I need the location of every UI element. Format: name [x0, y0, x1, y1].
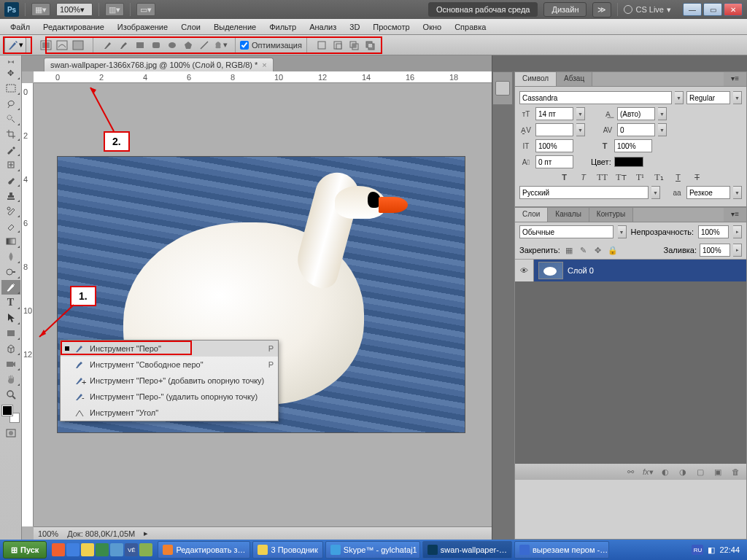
leading-field[interactable]: (Авто) [617, 107, 655, 120]
lock-transparency-icon[interactable]: ▦ [563, 245, 575, 255]
cslive-button[interactable]: CS Live ▾ [624, 5, 671, 15]
menu-select[interactable]: Выделение [208, 21, 262, 33]
opt-line-icon[interactable] [197, 39, 212, 52]
opt-custom-shape-icon[interactable]: ▾ [213, 39, 228, 52]
kerning-field[interactable] [535, 123, 573, 136]
flyout-item-add-anchor[interactable]: + Инструмент "Перо+" (добавить опорную т… [61, 373, 278, 389]
menu-layer[interactable]: Слои [175, 21, 206, 33]
panel-menu-icon[interactable]: ▾≡ [724, 72, 746, 86]
flyout-item-convert-point[interactable]: Инструмент "Угол" [61, 405, 278, 421]
zoom-tool[interactable] [1, 387, 20, 402]
flyout-item-freeform-pen[interactable]: Инструмент "Свободное перо" P [61, 357, 278, 373]
paths-icon[interactable] [55, 39, 69, 52]
opacity-field[interactable]: 100% [698, 225, 729, 238]
status-zoom[interactable]: 100% [38, 529, 58, 538]
allcaps-button[interactable]: TT [596, 171, 609, 183]
3d-camera-tool[interactable] [1, 357, 20, 371]
fill-pixels-icon[interactable] [71, 39, 85, 52]
text-color-swatch[interactable] [614, 157, 643, 167]
taskbar-item[interactable]: Skype™ - gylchataj1 [325, 541, 420, 559]
opt-pen-icon[interactable] [101, 39, 115, 52]
tab-character[interactable]: Символ [515, 72, 557, 86]
healing-tool[interactable] [1, 158, 20, 172]
eraser-tool[interactable] [1, 219, 20, 233]
quick-select-tool[interactable] [1, 112, 20, 126]
taskbar-item[interactable]: Редактировать з… [158, 541, 250, 559]
ql-icon[interactable] [52, 543, 65, 556]
taskbar-item[interactable]: вырезаем пером -… [514, 541, 609, 559]
path-intersect-icon[interactable] [347, 39, 361, 52]
menu-image[interactable]: Изображение [112, 21, 174, 33]
lock-all-icon[interactable]: 🔒 [607, 245, 619, 255]
3d-tool[interactable] [1, 341, 20, 356]
ql-icon[interactable] [110, 543, 123, 556]
path-add-icon[interactable] [314, 39, 329, 52]
bridge-dropdown-icon[interactable]: ▦▾ [31, 3, 50, 16]
color-swatches[interactable] [2, 405, 20, 423]
opt-rounded-rect-icon[interactable] [149, 39, 163, 52]
new-layer-icon[interactable]: ▣ [713, 467, 723, 477]
path-selection-tool[interactable] [1, 311, 20, 325]
delete-layer-icon[interactable]: 🗑 [730, 467, 740, 476]
ql-icon[interactable] [81, 543, 94, 556]
ql-icon[interactable] [139, 543, 152, 556]
subscript-button[interactable]: T₁ [653, 171, 666, 183]
workspace-design-button[interactable]: Дизайн [543, 2, 587, 17]
menu-view[interactable]: Просмотр [367, 21, 415, 33]
language-indicator[interactable]: RU [692, 545, 703, 555]
blur-tool[interactable] [1, 249, 20, 264]
smallcaps-button[interactable]: Tᴛ [615, 171, 628, 183]
ql-icon[interactable]: VĒ [125, 543, 138, 556]
zoom-level[interactable]: 100% ▾ [56, 3, 93, 16]
auto-add-delete-checkbox[interactable]: Оптимизация [240, 41, 302, 50]
ql-icon[interactable] [96, 543, 109, 556]
minimize-button[interactable]: — [683, 3, 702, 16]
pen-tool[interactable] [1, 280, 20, 295]
crop-tool[interactable] [1, 127, 20, 141]
hscale-field[interactable]: 100% [614, 139, 652, 152]
collapsed-panel-icon[interactable] [492, 71, 513, 105]
opt-freeform-pen-icon[interactable] [117, 39, 131, 52]
tab-paths[interactable]: Контуры [589, 208, 633, 222]
lasso-tool[interactable] [1, 96, 20, 111]
ql-icon[interactable] [66, 543, 80, 556]
font-style-field[interactable]: Regular [686, 91, 730, 104]
marquee-tool[interactable] [1, 81, 20, 96]
document-tab[interactable]: swan-wallpaper-1366x768.jpg @ 100% (Слой… [44, 58, 274, 71]
quick-mask-toggle[interactable] [1, 426, 20, 440]
superscript-button[interactable]: T¹ [634, 171, 647, 183]
blend-mode-field[interactable]: Обычные [519, 225, 614, 238]
maximize-button[interactable]: ▭ [703, 3, 722, 16]
menu-help[interactable]: Справка [449, 21, 492, 33]
opt-polygon-icon[interactable] [181, 39, 196, 52]
gradient-tool[interactable] [1, 234, 20, 249]
flyout-item-pen[interactable]: Инструмент "Перо" P [61, 341, 278, 357]
active-tool-preset[interactable]: ▾ [4, 37, 26, 53]
taskbar-item[interactable]: 3 Проводник [252, 541, 322, 559]
layer-fx-icon[interactable]: fx▾ [643, 467, 653, 477]
tracking-field[interactable]: 0 [617, 123, 655, 136]
menu-edit[interactable]: Редактирование [37, 21, 110, 33]
arrange-dropdown-icon[interactable]: ▥▾ [105, 3, 124, 16]
brush-tool[interactable] [1, 173, 20, 187]
opt-rectangle-icon[interactable] [133, 39, 147, 52]
font-family-field[interactable]: Cassandra [519, 91, 672, 104]
tab-channels[interactable]: Каналы [548, 208, 589, 222]
shape-layers-icon[interactable] [39, 39, 53, 52]
flyout-item-delete-anchor[interactable]: - Инструмент "Перо-" (удалить опорную то… [61, 389, 278, 405]
lock-position-icon[interactable]: ✥ [592, 245, 604, 255]
menu-filter[interactable]: Фильтр [263, 21, 302, 33]
tray-icon[interactable]: ◧ [708, 545, 715, 555]
eyedropper-tool[interactable] [1, 142, 20, 157]
status-doc-size[interactable]: Док: 808,0K/1,05M [67, 529, 135, 538]
screenmode-dropdown-icon[interactable]: ▭▾ [136, 3, 155, 16]
path-exclude-icon[interactable] [363, 39, 377, 52]
menu-analysis[interactable]: Анализ [303, 21, 342, 33]
close-tab-icon[interactable]: × [262, 61, 266, 69]
clock[interactable]: 22:44 [719, 545, 740, 554]
layer-thumbnail[interactable] [538, 262, 563, 279]
link-layers-icon[interactable]: ⚯ [625, 467, 635, 477]
layer-mask-icon[interactable]: ◐ [660, 467, 670, 477]
workspace-essentials-button[interactable]: Основная рабочая среда [428, 2, 538, 17]
font-size-field[interactable]: 14 пт [535, 107, 573, 120]
